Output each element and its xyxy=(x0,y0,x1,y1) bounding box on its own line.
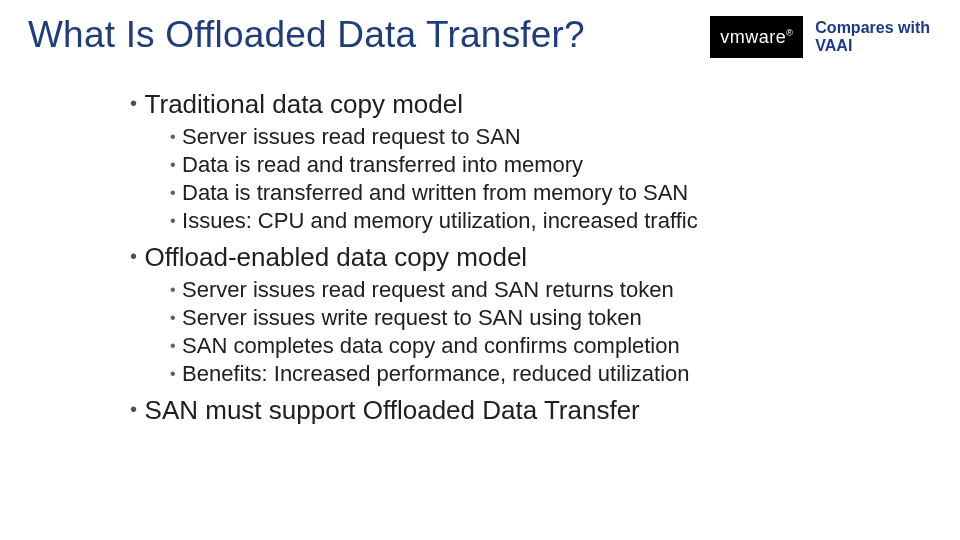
compare-badge: vmware® Compares with VAAI xyxy=(710,16,930,58)
bullet-lvl2: Server issues read request and SAN retur… xyxy=(170,276,890,304)
badge-line1: Compares with xyxy=(815,19,930,37)
bullet-lvl1: Traditional data copy model xyxy=(130,88,890,121)
bullet-lvl2: Issues: CPU and memory utilization, incr… xyxy=(170,207,890,235)
bullet-group: Server issues read request to SAN Data i… xyxy=(170,123,890,236)
badge-line2: VAAI xyxy=(815,37,930,55)
bullet-lvl1: Offload-enabled data copy model xyxy=(130,241,890,274)
badge-caption: Compares with VAAI xyxy=(815,19,930,54)
bullet-lvl1: SAN must support Offloaded Data Transfer xyxy=(130,394,890,427)
vmware-logo-text: vmware xyxy=(720,27,786,47)
bullet-lvl2: Server issues read request to SAN xyxy=(170,123,890,151)
vmware-logo: vmware® xyxy=(710,16,803,58)
slide: What Is Offloaded Data Transfer? vmware®… xyxy=(0,0,960,540)
bullet-lvl2: Server issues write request to SAN using… xyxy=(170,304,890,332)
bullet-lvl2: SAN completes data copy and confirms com… xyxy=(170,332,890,360)
slide-title: What Is Offloaded Data Transfer? xyxy=(28,14,585,56)
registered-mark: ® xyxy=(786,28,793,38)
bullet-lvl2: Data is transferred and written from mem… xyxy=(170,179,890,207)
bullet-lvl2: Benefits: Increased performance, reduced… xyxy=(170,360,890,388)
bullet-group: Server issues read request and SAN retur… xyxy=(170,276,890,389)
content-area: Traditional data copy model Server issue… xyxy=(130,84,890,429)
bullet-lvl2: Data is read and transferred into memory xyxy=(170,151,890,179)
